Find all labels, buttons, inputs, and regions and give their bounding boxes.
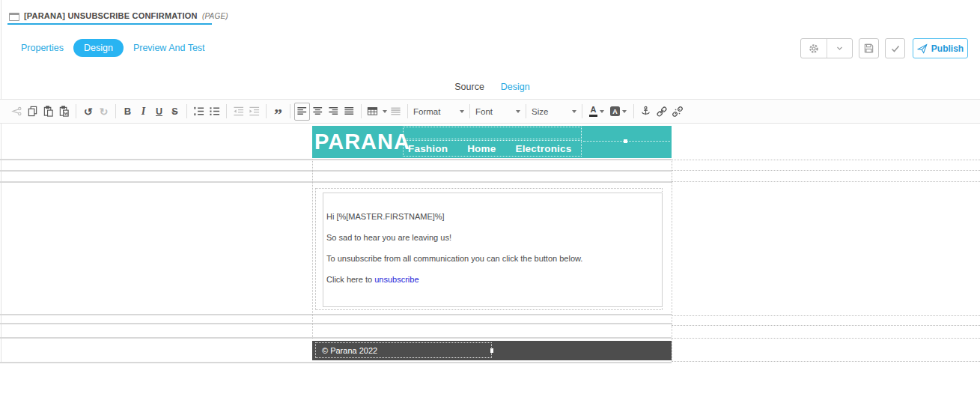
- underline-button[interactable]: U: [151, 103, 167, 121]
- strikethrough-button[interactable]: S: [167, 103, 183, 121]
- settings-split-button: [800, 38, 853, 58]
- background-color-button[interactable]: A: [607, 103, 630, 121]
- top-actions: Publish: [800, 38, 968, 58]
- justify-button[interactable]: [341, 103, 357, 121]
- copy-button[interactable]: [25, 103, 40, 121]
- increase-indent-button[interactable]: [246, 103, 262, 121]
- text-color-icon: A: [589, 106, 597, 117]
- size-dropdown[interactable]: Size: [530, 107, 578, 116]
- footer-text-cell[interactable]: © Parana 2022: [315, 342, 492, 358]
- row-divider-dotted: [672, 181, 980, 182]
- paste-button[interactable]: [40, 103, 56, 121]
- link-button[interactable]: [654, 103, 669, 121]
- font-dropdown[interactable]: Font: [474, 107, 522, 116]
- nav-link-home[interactable]: Home: [467, 143, 496, 154]
- justify-icon: [344, 106, 355, 117]
- indent-icon: [249, 106, 260, 117]
- check-icon: [890, 43, 901, 54]
- bold-button[interactable]: B: [120, 103, 136, 121]
- header-spacer-cell[interactable]: [403, 127, 582, 139]
- email-header-block[interactable]: PARANA Fashion Home Electronics: [312, 126, 672, 158]
- brand-logo: PARANA: [314, 129, 410, 155]
- toolbar-divider: [186, 104, 187, 118]
- row-divider: [0, 181, 672, 183]
- nav-link-electronics[interactable]: Electronics: [515, 143, 571, 154]
- blockquote-button[interactable]: ”: [270, 103, 286, 121]
- drag-handle[interactable]: [624, 139, 627, 143]
- email-body-editable[interactable]: Hi [%[MASTER.FIRSTNAME]%] So sad to hear…: [323, 193, 663, 307]
- outdent-icon: [233, 106, 244, 117]
- bullet-list-icon: [209, 106, 220, 117]
- align-left-button[interactable]: [294, 103, 310, 121]
- redo-button[interactable]: ↻: [96, 103, 112, 121]
- text-color-caret-icon: [600, 110, 604, 113]
- unlink-button[interactable]: [669, 103, 685, 121]
- email-left-boundary: [312, 160, 313, 339]
- anchor-icon: [640, 106, 651, 117]
- row-divider-dotted: [672, 160, 980, 160]
- paste-from-word-button[interactable]: [56, 103, 72, 121]
- view-toggle: Source Design: [0, 79, 980, 93]
- row-divider-dotted: [672, 315, 980, 316]
- row-divider-dotted: [672, 338, 980, 339]
- view-source[interactable]: Source: [454, 82, 484, 92]
- page-title-suffix: (PAGE): [200, 12, 228, 20]
- unlink-icon: [672, 106, 684, 118]
- tab-properties[interactable]: Properties: [21, 43, 64, 53]
- copy-icon: [27, 106, 38, 117]
- row-divider-dotted: [672, 325, 980, 326]
- email-footer-block[interactable]: © Parana 2022: [312, 341, 672, 360]
- publish-button[interactable]: Publish: [913, 38, 968, 58]
- toolbar-divider: [76, 104, 76, 118]
- toolbar-divider: [361, 104, 362, 118]
- align-right-button[interactable]: [326, 103, 341, 121]
- view-design[interactable]: Design: [501, 82, 530, 92]
- toolbar-divider: [582, 104, 582, 118]
- text-color-button[interactable]: A: [586, 103, 607, 121]
- toolbar-divider: [266, 104, 267, 118]
- toolbar-divider: [526, 104, 526, 118]
- bullet-list-button[interactable]: [207, 103, 222, 121]
- insert-table-button[interactable]: [365, 103, 388, 121]
- row-divider-dotted: [672, 361, 980, 362]
- drag-handle[interactable]: [490, 348, 493, 353]
- anchor-button[interactable]: [638, 103, 654, 121]
- page-icon: [9, 13, 19, 21]
- font-dropdown-label: Font: [475, 107, 493, 116]
- tab-design[interactable]: Design: [73, 39, 124, 57]
- settings-button[interactable]: [801, 39, 827, 58]
- toolbar-divider: [633, 104, 634, 118]
- undo-button[interactable]: ↺: [80, 103, 96, 121]
- footer-copyright: © Parana 2022: [322, 346, 377, 355]
- italic-button[interactable]: I: [136, 103, 151, 121]
- bold-icon: B: [124, 106, 131, 117]
- paste-word-icon: [58, 106, 70, 117]
- underline-icon: U: [156, 106, 162, 117]
- unsubscribe-link[interactable]: unsubscribe: [374, 275, 419, 284]
- numbered-list-icon: [193, 106, 204, 117]
- background-color-caret-icon: [622, 110, 627, 113]
- toolbar-divider: [226, 104, 227, 118]
- numbered-list-button[interactable]: [191, 103, 207, 121]
- tab-preview-and-test[interactable]: Preview And Test: [133, 43, 205, 53]
- settings-dropdown-button[interactable]: [827, 39, 853, 58]
- validate-button[interactable]: [885, 38, 905, 58]
- size-dropdown-label: Size: [532, 107, 548, 116]
- decrease-indent-button[interactable]: [231, 103, 246, 121]
- title-underline: [7, 23, 212, 25]
- horizontal-rule-button[interactable]: [388, 103, 404, 121]
- blockquote-icon: ”: [274, 112, 282, 118]
- save-button[interactable]: [859, 38, 879, 58]
- cut-button[interactable]: [9, 103, 25, 121]
- format-caret-icon: [460, 110, 464, 113]
- body-line: To unsubscribe from all communication yo…: [326, 254, 654, 263]
- email-right-boundary: [672, 160, 672, 361]
- nav-link-fashion[interactable]: Fashion: [408, 143, 448, 154]
- row-divider: [0, 170, 672, 172]
- format-dropdown[interactable]: Format: [412, 107, 466, 116]
- header-nav-cell[interactable]: Fashion Home Electronics: [403, 140, 582, 157]
- publish-label: Publish: [931, 43, 964, 54]
- table-icon: [367, 106, 378, 117]
- richtext-toolbar: ↺ ↻ B I U S ”: [0, 99, 980, 124]
- align-center-button[interactable]: [310, 103, 326, 121]
